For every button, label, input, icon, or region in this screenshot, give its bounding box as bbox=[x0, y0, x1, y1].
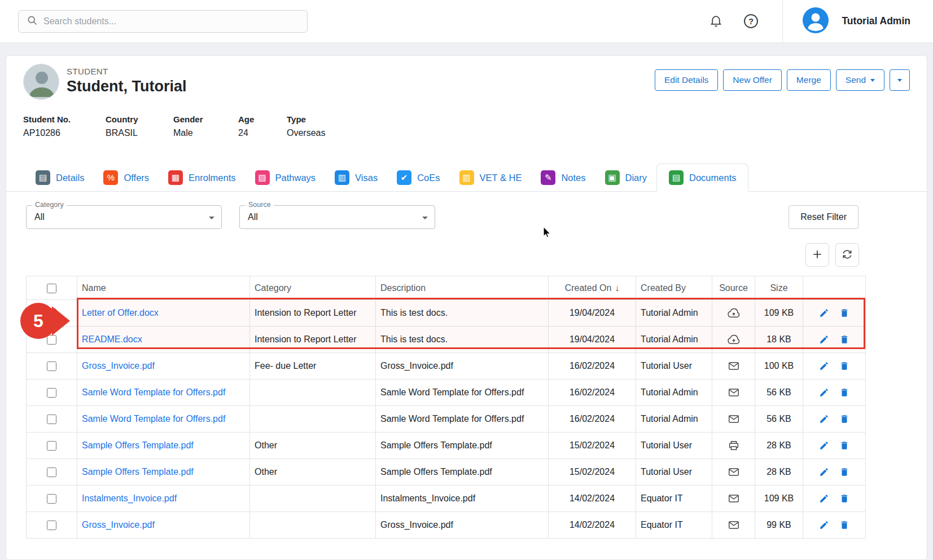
row-checkbox[interactable] bbox=[47, 308, 56, 318]
source-select[interactable]: Source All bbox=[239, 205, 435, 229]
help-button[interactable]: ? bbox=[739, 10, 762, 33]
table-row: Samle Word Template for Offers.pdf Samle… bbox=[27, 406, 866, 433]
edit-icon[interactable] bbox=[819, 414, 829, 424]
column-header-created-on[interactable]: Created On↓ bbox=[549, 276, 636, 300]
tab-coes[interactable]: ✔ CoEs bbox=[387, 164, 449, 191]
edit-icon[interactable] bbox=[819, 467, 829, 477]
row-checkbox[interactable] bbox=[47, 468, 56, 477]
student-name: Student, Tutorial bbox=[67, 78, 186, 95]
delete-icon[interactable] bbox=[839, 308, 849, 318]
more-actions-button[interactable] bbox=[890, 69, 910, 91]
document-link[interactable]: Sample Offers Template.pdf bbox=[82, 467, 194, 477]
select-all-checkbox[interactable] bbox=[47, 284, 56, 293]
cell-created-on: 15/02/2024 bbox=[549, 433, 636, 459]
cell-description: Sample Offers Template.pdf bbox=[376, 459, 549, 486]
tab-notes[interactable]: ✎ Notes bbox=[531, 164, 595, 191]
envelope-icon bbox=[728, 492, 740, 505]
document-link[interactable]: Letter of Offer.docx bbox=[82, 308, 159, 318]
tab-details[interactable]: ▤ Details bbox=[26, 164, 94, 191]
document-link[interactable]: Samle Word Template for Offers.pdf bbox=[82, 414, 225, 424]
cell-size: 28 KB bbox=[755, 433, 803, 459]
user-menu[interactable]: Tutorial Admin bbox=[783, 7, 933, 36]
row-checkbox[interactable] bbox=[47, 494, 56, 504]
diary-icon: ▣ bbox=[605, 170, 620, 185]
student-search[interactable] bbox=[18, 10, 308, 33]
cell-created-by: Tutorial User bbox=[636, 353, 712, 380]
student-header: STUDENT Student, Tutorial Edit Details N… bbox=[6, 56, 927, 100]
chevron-down-icon bbox=[209, 217, 214, 219]
cell-category bbox=[250, 406, 376, 433]
cell-created-by: Tutorial User bbox=[636, 433, 712, 459]
category-select[interactable]: Category All bbox=[26, 205, 222, 229]
table-row: Gross_Invoice.pdf Fee- due Letter Gross_… bbox=[27, 353, 866, 380]
column-header-size[interactable]: Size bbox=[755, 276, 803, 300]
reset-filter-button[interactable]: Reset Filter bbox=[789, 205, 858, 229]
column-header-created-by[interactable]: Created By bbox=[636, 276, 712, 300]
tab-vet-he[interactable]: ▥ VET & HE bbox=[450, 164, 532, 191]
column-header-source[interactable]: Source bbox=[712, 276, 755, 300]
delete-icon[interactable] bbox=[839, 414, 849, 424]
document-link[interactable]: Gross_Invoice.pdf bbox=[82, 361, 155, 371]
cell-created-by: Tutorial Admin bbox=[636, 380, 712, 406]
edit-icon[interactable] bbox=[819, 334, 829, 345]
row-checkbox[interactable] bbox=[47, 521, 56, 530]
document-link[interactable]: Sample Offers Template.pdf bbox=[82, 440, 194, 450]
enrolments-icon: ▦ bbox=[168, 170, 183, 185]
edit-icon[interactable] bbox=[819, 520, 829, 530]
tab-documents[interactable]: ▤ Documents bbox=[656, 164, 748, 192]
edit-icon[interactable] bbox=[819, 361, 829, 371]
table-row: Gross_Invoice.pdf Gross_Invoice.pdf 14/0… bbox=[27, 512, 866, 539]
document-link[interactable]: README.docx bbox=[82, 334, 142, 344]
document-link[interactable]: Gross_Invoice.pdf bbox=[82, 520, 155, 530]
row-checkbox[interactable] bbox=[47, 415, 56, 424]
delete-icon[interactable] bbox=[839, 520, 849, 530]
row-checkbox[interactable] bbox=[47, 388, 56, 398]
documents-table-body: Letter of Offer.docx Intension to Report… bbox=[27, 300, 866, 539]
cell-size: 56 KB bbox=[755, 380, 803, 406]
row-checkbox[interactable] bbox=[47, 441, 56, 451]
merge-button[interactable]: Merge bbox=[787, 69, 831, 91]
envelope-icon bbox=[728, 519, 740, 531]
notifications-button[interactable] bbox=[704, 10, 727, 33]
cell-description: Gross_Invoice.pdf bbox=[376, 512, 549, 539]
document-link[interactable]: Instalments_Invoice.pdf bbox=[82, 493, 177, 503]
tab-offers[interactable]: % Offers bbox=[94, 164, 159, 191]
student-avatar bbox=[23, 64, 59, 100]
cell-size: 56 KB bbox=[755, 406, 803, 433]
new-offer-button[interactable]: New Offer bbox=[723, 69, 782, 91]
column-header-name[interactable]: Name bbox=[77, 276, 250, 300]
tab-pathways[interactable]: ▨ Pathways bbox=[246, 164, 326, 191]
table-row: Instalments_Invoice.pdf Instalments_Invo… bbox=[27, 486, 866, 512]
pathways-icon: ▨ bbox=[255, 170, 270, 185]
delete-icon[interactable] bbox=[839, 334, 849, 345]
sort-descending-icon: ↓ bbox=[615, 283, 619, 293]
tab-visas[interactable]: ▥ Visas bbox=[325, 164, 387, 191]
edit-icon[interactable] bbox=[819, 493, 829, 504]
table-row: Samle Word Template for Offers.pdf Samle… bbox=[27, 380, 866, 406]
delete-icon[interactable] bbox=[839, 361, 849, 371]
column-header-description[interactable]: Description bbox=[376, 276, 549, 300]
tab-enrolments[interactable]: ▦ Enrolments bbox=[159, 164, 245, 191]
cloud-upload-icon bbox=[728, 307, 740, 319]
column-header-category[interactable]: Category bbox=[250, 276, 376, 300]
edit-icon[interactable] bbox=[819, 308, 829, 318]
edit-icon[interactable] bbox=[819, 387, 829, 398]
edit-icon[interactable] bbox=[819, 440, 829, 451]
printer-icon bbox=[728, 439, 740, 452]
delete-icon[interactable] bbox=[839, 493, 849, 504]
tab-diary[interactable]: ▣ Diary bbox=[595, 164, 657, 191]
document-link[interactable]: Samle Word Template for Offers.pdf bbox=[82, 387, 225, 397]
search-input[interactable] bbox=[43, 16, 299, 27]
delete-icon[interactable] bbox=[839, 467, 849, 477]
delete-icon[interactable] bbox=[839, 440, 849, 451]
refresh-button[interactable] bbox=[835, 243, 859, 267]
row-checkbox[interactable] bbox=[47, 335, 56, 345]
send-button[interactable]: Send bbox=[836, 69, 884, 91]
row-checkbox[interactable] bbox=[47, 361, 56, 371]
chevron-down-icon bbox=[897, 79, 902, 82]
add-document-button[interactable] bbox=[805, 243, 829, 267]
cell-size: 18 KB bbox=[755, 327, 803, 353]
cell-created-on: 16/02/2024 bbox=[549, 406, 636, 433]
edit-details-button[interactable]: Edit Details bbox=[655, 69, 718, 91]
delete-icon[interactable] bbox=[839, 387, 849, 398]
